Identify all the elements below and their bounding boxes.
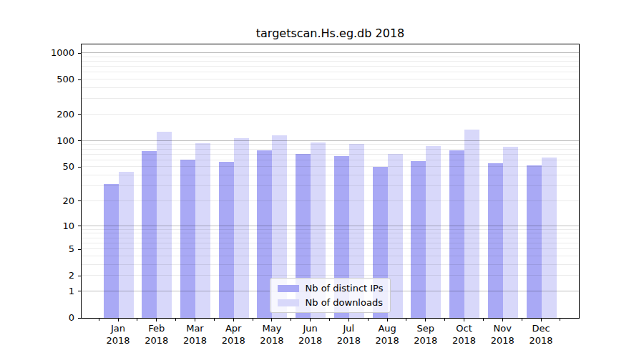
y-tick-label-200: 200 xyxy=(24,109,74,120)
x-tick-mark-may xyxy=(271,319,272,321)
gridline-minor-50 xyxy=(82,166,579,167)
x-tick-mark-aug xyxy=(387,319,388,321)
gridline-minor-900 xyxy=(82,57,579,57)
gridline-minor-40 xyxy=(82,175,579,175)
x-tick-label-sep: Sep 2018 xyxy=(404,322,448,347)
gridlines-layer xyxy=(82,44,579,318)
legend-swatch-downloads xyxy=(278,299,299,306)
x-minor-tick-0 xyxy=(99,319,99,321)
legend-entry-distinct-ips: Nb of distinct IPs xyxy=(278,283,384,294)
y-tick-mark-100 xyxy=(78,140,82,141)
gridline-minor-4 xyxy=(82,256,579,256)
x-tick-mark-dec xyxy=(541,319,542,321)
x-tick-mark-jan xyxy=(118,319,119,321)
x-tick-mark-jul xyxy=(348,319,349,321)
y-tick-label-2: 2 xyxy=(24,270,74,281)
x-minor-tick-1 xyxy=(137,319,137,321)
gridline-minor-400 xyxy=(82,87,579,88)
gridline-minor-800 xyxy=(82,61,579,62)
x-minor-tick-6 xyxy=(329,319,330,321)
gridline-minor-9 xyxy=(82,229,579,230)
x-tick-mark-feb xyxy=(156,319,157,321)
x-tick-label-feb: Feb 2018 xyxy=(135,322,179,347)
y-tick-mark-5 xyxy=(78,249,82,250)
x-tick-label-apr: Apr 2018 xyxy=(211,322,255,347)
x-minor-tick-10 xyxy=(483,319,484,321)
x-minor-tick-9 xyxy=(444,319,445,321)
gridline-minor-600 xyxy=(82,72,579,72)
x-minor-tick-2 xyxy=(175,319,176,321)
y-tick-label-5: 5 xyxy=(24,243,74,255)
y-tick-label-100: 100 xyxy=(24,135,74,147)
y-tick-mark-0 xyxy=(78,318,82,319)
x-tick-label-jan: Jan 2018 xyxy=(96,322,140,347)
x-minor-tick-7 xyxy=(368,319,369,321)
x-minor-tick-4 xyxy=(253,319,253,321)
x-minor-tick-3 xyxy=(214,319,215,321)
y-tick-label-10: 10 xyxy=(24,221,74,232)
gridline-minor-6 xyxy=(82,243,579,243)
legend-entry-downloads: Nb of downloads xyxy=(278,297,384,308)
figure: targetscan.Hs.eg.db 2018 Nb of distinct … xyxy=(0,0,644,358)
legend-label-distinct-ips: Nb of distinct IPs xyxy=(306,283,384,294)
y-tick-mark-500 xyxy=(78,79,82,80)
y-tick-label-1: 1 xyxy=(24,286,74,297)
gridline-minor-60 xyxy=(82,160,579,160)
x-tick-label-jul: Jul 2018 xyxy=(326,322,371,347)
chart-title: targetscan.Hs.eg.db 2018 xyxy=(82,26,579,40)
x-tick-mark-sep xyxy=(425,319,426,321)
gridline-minor-80 xyxy=(82,149,579,150)
gridline-minor-90 xyxy=(82,144,579,145)
x-tick-label-aug: Aug 2018 xyxy=(365,322,409,347)
y-tick-mark-2 xyxy=(78,276,82,276)
gridline-minor-500 xyxy=(82,79,579,79)
gridline-minor-300 xyxy=(82,98,579,99)
y-tick-label-50: 50 xyxy=(24,161,74,173)
x-minor-tick-11 xyxy=(522,319,522,321)
y-tick-mark-10 xyxy=(78,226,82,226)
y-tick-mark-20 xyxy=(78,200,82,201)
gridline-minor-8 xyxy=(82,233,579,233)
x-tick-mark-nov xyxy=(502,319,503,321)
x-tick-mark-mar xyxy=(195,319,195,321)
gridline-major-1000 xyxy=(82,52,579,53)
gridline-minor-30 xyxy=(82,185,579,186)
legend: Nb of distinct IPs Nb of downloads xyxy=(270,278,391,313)
x-minor-tick-8 xyxy=(406,319,406,321)
y-tick-mark-1000 xyxy=(78,53,82,54)
x-tick-label-dec: Dec 2018 xyxy=(519,322,563,347)
gridline-minor-200 xyxy=(82,114,579,115)
gridline-minor-7 xyxy=(82,238,579,238)
x-tick-mark-oct xyxy=(464,319,464,321)
gridline-major-100 xyxy=(82,140,579,141)
gridline-minor-2 xyxy=(82,275,579,276)
x-tick-label-may: May 2018 xyxy=(250,322,294,347)
x-minor-tick-5 xyxy=(291,319,291,321)
y-tick-label-1000: 1000 xyxy=(24,47,74,59)
gridline-minor-3 xyxy=(82,264,579,265)
x-tick-mark-apr xyxy=(233,319,234,321)
gridline-minor-70 xyxy=(82,154,579,155)
x-tick-label-nov: Nov 2018 xyxy=(480,322,525,347)
x-tick-label-oct: Oct 2018 xyxy=(442,322,487,347)
gridline-minor-700 xyxy=(82,66,579,67)
plot-area: Nb of distinct IPs Nb of downloads xyxy=(81,44,580,319)
x-tick-label-jun: Jun 2018 xyxy=(288,322,333,347)
y-tick-label-500: 500 xyxy=(24,74,74,85)
legend-label-downloads: Nb of downloads xyxy=(306,297,383,308)
y-tick-mark-50 xyxy=(78,167,82,168)
gridline-minor-20 xyxy=(82,200,579,201)
legend-swatch-distinct-ips xyxy=(278,285,299,292)
gridline-minor-5 xyxy=(82,248,579,249)
x-minor-tick-12 xyxy=(560,319,560,321)
y-tick-mark-1 xyxy=(78,291,82,291)
y-tick-label-20: 20 xyxy=(24,195,74,207)
gridline-major-10 xyxy=(82,226,579,226)
x-tick-label-mar: Mar 2018 xyxy=(172,322,217,347)
x-tick-mark-jun xyxy=(310,319,311,321)
y-tick-label-0: 0 xyxy=(24,312,74,324)
y-tick-mark-200 xyxy=(78,114,82,115)
